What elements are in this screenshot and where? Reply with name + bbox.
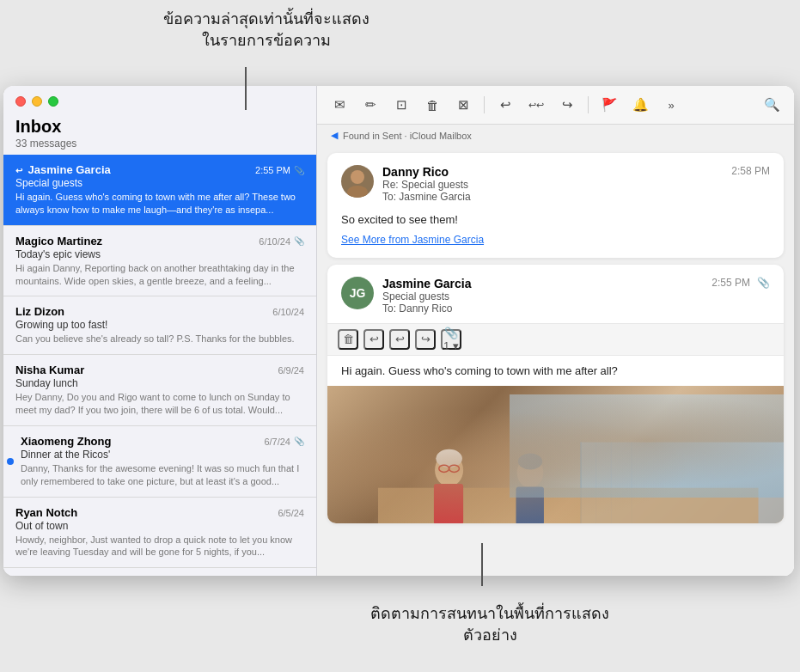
attachment-icon: 📎: [294, 166, 304, 175]
inbox-header: Inbox 33 messages: [3, 113, 316, 155]
spam-button[interactable]: ⊠: [451, 93, 475, 117]
minimize-button[interactable]: [32, 96, 42, 107]
message-subject: Today's epic views: [15, 248, 304, 260]
new-message-button[interactable]: ✉: [327, 93, 351, 117]
mail-app-window: Inbox 33 messages ↩ Jasmine Garcia 2:55 …: [3, 86, 794, 576]
title-bar: [3, 86, 316, 113]
sender-name: Magico Martinez: [15, 235, 102, 247]
archive-button[interactable]: ⊡: [389, 93, 413, 117]
sender-name: Liz Dizon: [15, 305, 64, 318]
message-date: 6/10/24: [272, 307, 304, 317]
unread-dot: [7, 458, 14, 465]
sender-name: Xiaomeng Zhong: [15, 435, 111, 448]
annotation-bottom-text: ติดตามการสนทนาในพื้นที่การแสดงตัวอย่าง: [370, 605, 609, 644]
more-button[interactable]: »: [659, 93, 683, 117]
annotation-line-top: [245, 67, 247, 110]
window-controls: [15, 96, 58, 107]
message-preview: Hey Danny, Do you and Rigo want to come …: [15, 391, 304, 417]
message-preview: Danny, Thanks for the awesome evening! I…: [15, 462, 304, 488]
email-mini-toolbar: 🗑 ↩ ↩ ↪ 📎 1 ▾: [327, 323, 784, 356]
message-date: 6/9/24: [278, 365, 304, 376]
message-item[interactable]: Nisha Kumar 6/9/24 Sunday lunch Hey Dann…: [3, 355, 316, 426]
reply-button[interactable]: ↩: [493, 93, 517, 117]
annotation-top-text: ข้อความล่าสุดเท่านั้นที่จะแสดงในรายการข้…: [163, 10, 369, 49]
email-card-1: Danny Rico Re: Special guests To: Jasmin…: [327, 153, 784, 258]
email-subject-2: Special guests: [382, 290, 703, 302]
message-preview: Can you believe she's already so tall? P…: [15, 333, 304, 345]
message-item[interactable]: Ryan Notch 6/5/24 Out of town Howdy, nei…: [3, 498, 316, 569]
email-body-1: So excited to see them!: [341, 211, 770, 229]
message-preview: Hi again. Guess who's coming to town wit…: [15, 191, 304, 217]
email-meta-1: Danny Rico Re: Special guests To: Jasmin…: [382, 165, 723, 203]
found-icon: ◀: [331, 130, 338, 141]
email-time-1: 2:58 PM: [731, 165, 770, 177]
mini-reply-button[interactable]: ↩: [363, 329, 384, 350]
svg-point-1: [347, 186, 368, 198]
maximize-button[interactable]: [48, 96, 58, 107]
attachment-icon-2: 📎: [757, 277, 770, 289]
attachment-icon: 📎: [294, 236, 304, 246]
email-photo: [327, 386, 784, 523]
sender-name: ↩ Jasmine Garcia: [15, 163, 111, 176]
flag-button[interactable]: 🚩: [597, 93, 621, 117]
sender-name: Nisha Kumar: [15, 363, 84, 376]
email-header-2: JG Jasmine Garcia Special guests To: Dan…: [341, 277, 770, 315]
avatar-danny: [341, 165, 374, 198]
message-item[interactable]: Liz Dizon 6/10/24 Growing up too fast! C…: [3, 296, 316, 355]
main-content: ✉ ✏ ⊡ 🗑 ⊠ ↩ ↩↩ ↪ 🚩 🔔 » 🔍 ◀ Found in Sent…: [317, 86, 794, 576]
message-date: 6/7/24: [264, 437, 290, 447]
email-to-2: To: Danny Rico: [382, 302, 703, 315]
email-card-2: JG Jasmine Garcia Special guests To: Dan…: [327, 265, 784, 523]
message-date: 2:55 PM: [255, 165, 290, 175]
toolbar: ✉ ✏ ⊡ 🗑 ⊠ ↩ ↩↩ ↪ 🚩 🔔 » 🔍: [317, 86, 794, 125]
trash-button[interactable]: 🗑: [420, 93, 444, 117]
message-subject: Out of town: [15, 520, 304, 532]
compose-button[interactable]: ✏: [358, 93, 382, 117]
email-to-1: To: Jasmine Garcia: [382, 191, 723, 203]
message-preview: Hi again Danny, Reporting back on anothe…: [15, 262, 304, 288]
mini-forward-button[interactable]: ↪: [415, 329, 436, 350]
message-subject: Growing up too fast!: [15, 319, 304, 331]
found-banner: ◀ Found in Sent · iCloud Mailbox: [317, 125, 794, 146]
reply-arrow-icon: ↩: [15, 166, 22, 175]
toolbar-divider-2: [588, 96, 589, 113]
message-item[interactable]: ↩ Jasmine Garcia 2:55 PM 📎 Special guest…: [3, 155, 316, 226]
message-date: 6/5/24: [278, 508, 304, 518]
forward-button[interactable]: ↪: [555, 93, 579, 117]
toolbar-divider: [484, 96, 485, 113]
message-list: ↩ Jasmine Garcia 2:55 PM 📎 Special guest…: [3, 155, 316, 576]
annotation-line-bottom: [481, 543, 483, 586]
email-meta-2: Jasmine Garcia Special guests To: Danny …: [382, 277, 703, 315]
inbox-title: Inbox: [15, 117, 304, 137]
see-more-link[interactable]: See More from Jasmine Garcia: [341, 234, 770, 246]
notify-button[interactable]: 🔔: [628, 93, 652, 117]
message-item[interactable]: Xiaomeng Zhong 6/7/24 📎 Dinner at the Ri…: [3, 426, 316, 498]
email-subject-1: Re: Special guests: [382, 179, 723, 191]
close-button[interactable]: [15, 96, 26, 107]
sender-name: Ryan Notch: [15, 506, 77, 519]
attachment-icon: 📎: [294, 437, 304, 446]
annotation-top: ข้อความล่าสุดเท่านั้นที่จะแสดงในรายการข้…: [155, 9, 378, 52]
email-card-2-header: JG Jasmine Garcia Special guests To: Dan…: [327, 265, 784, 323]
message-subject: Sunday lunch: [15, 377, 304, 389]
message-item[interactable]: Magico Martinez 6/10/24 📎 Today's epic v…: [3, 226, 316, 297]
sidebar: Inbox 33 messages ↩ Jasmine Garcia 2:55 …: [3, 86, 317, 576]
email-header-1: Danny Rico Re: Special guests To: Jasmin…: [341, 165, 770, 203]
thread-area: ◀ Found in Sent · iCloud Mailbox Danny R…: [317, 125, 794, 576]
email-sender-2: Jasmine Garcia: [382, 277, 703, 290]
svg-point-0: [351, 170, 364, 184]
message-subject: Dinner at the Ricos': [15, 449, 304, 461]
search-button[interactable]: 🔍: [760, 93, 784, 117]
inbox-count: 33 messages: [15, 137, 304, 150]
email-sender-1: Danny Rico: [382, 165, 723, 179]
mini-trash-button[interactable]: 🗑: [338, 329, 358, 350]
mini-attachment-button[interactable]: 📎 1 ▾: [441, 329, 461, 350]
reply-all-button[interactable]: ↩↩: [524, 93, 548, 117]
message-date: 6/10/24: [259, 236, 290, 247]
mini-reply-all-button[interactable]: ↩: [389, 329, 410, 350]
email-body-2: Hi again. Guess who's coming to town wit…: [327, 356, 784, 386]
message-item[interactable]: Po-Chun Yeh 5/29/24 Lunch call? Think yo…: [3, 568, 316, 576]
avatar-jasmine: JG: [341, 277, 374, 309]
found-text: Found in Sent · iCloud Mailbox: [343, 131, 472, 141]
message-subject: Special guests: [15, 177, 304, 189]
